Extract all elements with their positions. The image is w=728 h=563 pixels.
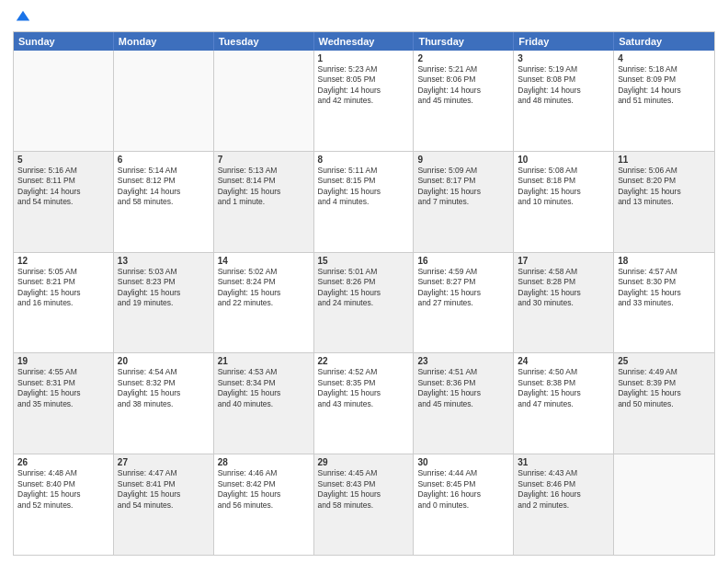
cal-cell-day-1: 1Sunrise: 5:23 AM Sunset: 8:05 PM Daylig…	[314, 51, 415, 151]
cal-cell-day-20: 20Sunrise: 4:54 AM Sunset: 8:32 PM Dayli…	[114, 353, 214, 454]
cal-cell-day-9: 9Sunrise: 5:09 AM Sunset: 8:17 PM Daylig…	[414, 152, 514, 252]
weekday-header-saturday: Saturday	[614, 32, 714, 51]
cell-info: Sunrise: 5:02 AM Sunset: 8:24 PM Dayligh…	[218, 267, 310, 309]
day-number: 6	[118, 155, 210, 165]
day-number: 18	[618, 256, 711, 266]
cal-cell-empty	[214, 51, 314, 151]
cell-info: Sunrise: 4:54 AM Sunset: 8:32 PM Dayligh…	[118, 367, 210, 409]
logo-text	[13, 9, 31, 26]
header	[13, 9, 715, 26]
cal-cell-day-14: 14Sunrise: 5:02 AM Sunset: 8:24 PM Dayli…	[214, 253, 314, 353]
cal-cell-day-30: 30Sunrise: 4:44 AM Sunset: 8:45 PM Dayli…	[414, 454, 514, 555]
cell-info: Sunrise: 5:13 AM Sunset: 8:14 PM Dayligh…	[218, 166, 310, 208]
day-number: 27	[118, 457, 210, 467]
cal-cell-day-19: 19Sunrise: 4:55 AM Sunset: 8:31 PM Dayli…	[14, 353, 114, 454]
calendar-header: SundayMondayTuesdayWednesdayThursdayFrid…	[14, 32, 714, 51]
cell-info: Sunrise: 4:59 AM Sunset: 8:27 PM Dayligh…	[417, 267, 509, 309]
cell-info: Sunrise: 4:57 AM Sunset: 8:30 PM Dayligh…	[618, 267, 711, 309]
cell-info: Sunrise: 5:19 AM Sunset: 8:08 PM Dayligh…	[518, 64, 609, 107]
cal-cell-day-3: 3Sunrise: 5:19 AM Sunset: 8:08 PM Daylig…	[514, 51, 614, 151]
day-number: 22	[318, 356, 410, 366]
svg-marker-0	[17, 11, 29, 21]
cell-info: Sunrise: 5:16 AM Sunset: 8:11 PM Dayligh…	[17, 166, 109, 208]
cell-info: Sunrise: 5:08 AM Sunset: 8:18 PM Dayligh…	[518, 166, 609, 208]
day-number: 19	[17, 356, 109, 366]
weekday-header-monday: Monday	[114, 32, 214, 51]
cal-cell-day-10: 10Sunrise: 5:08 AM Sunset: 8:18 PM Dayli…	[514, 152, 614, 252]
cell-info: Sunrise: 4:43 AM Sunset: 8:46 PM Dayligh…	[518, 468, 609, 511]
day-number: 30	[417, 457, 509, 467]
cal-cell-day-17: 17Sunrise: 4:58 AM Sunset: 8:28 PM Dayli…	[514, 253, 614, 353]
cal-cell-day-24: 24Sunrise: 4:50 AM Sunset: 8:38 PM Dayli…	[514, 353, 614, 454]
cal-cell-day-8: 8Sunrise: 5:11 AM Sunset: 8:15 PM Daylig…	[314, 152, 415, 252]
cal-cell-day-28: 28Sunrise: 4:46 AM Sunset: 8:42 PM Dayli…	[214, 454, 314, 555]
cell-info: Sunrise: 5:06 AM Sunset: 8:20 PM Dayligh…	[618, 166, 711, 208]
cell-info: Sunrise: 4:50 AM Sunset: 8:38 PM Dayligh…	[518, 367, 609, 409]
day-number: 7	[218, 155, 310, 165]
day-number: 8	[318, 155, 410, 165]
weekday-header-thursday: Thursday	[414, 32, 514, 51]
cell-info: Sunrise: 4:48 AM Sunset: 8:40 PM Dayligh…	[17, 468, 109, 511]
cal-cell-day-22: 22Sunrise: 4:52 AM Sunset: 8:35 PM Dayli…	[314, 353, 415, 454]
cal-cell-day-2: 2Sunrise: 5:21 AM Sunset: 8:06 PM Daylig…	[414, 51, 514, 151]
cell-info: Sunrise: 4:52 AM Sunset: 8:35 PM Dayligh…	[318, 367, 410, 409]
day-number: 20	[118, 356, 210, 366]
day-number: 13	[118, 256, 210, 266]
day-number: 5	[17, 155, 109, 165]
cell-info: Sunrise: 5:21 AM Sunset: 8:06 PM Dayligh…	[417, 64, 509, 107]
day-number: 10	[518, 155, 609, 165]
day-number: 29	[318, 457, 410, 467]
cell-info: Sunrise: 4:47 AM Sunset: 8:41 PM Dayligh…	[118, 468, 210, 511]
weekday-header-sunday: Sunday	[14, 32, 114, 51]
cal-cell-day-26: 26Sunrise: 4:48 AM Sunset: 8:40 PM Dayli…	[14, 454, 114, 555]
calendar-body: 1Sunrise: 5:23 AM Sunset: 8:05 PM Daylig…	[14, 51, 714, 555]
day-number: 28	[218, 457, 310, 467]
cal-cell-empty	[114, 51, 214, 151]
day-number: 12	[17, 256, 109, 266]
day-number: 16	[417, 256, 509, 266]
cal-cell-day-25: 25Sunrise: 4:49 AM Sunset: 8:39 PM Dayli…	[614, 353, 714, 454]
page: SundayMondayTuesdayWednesdayThursdayFrid…	[0, 0, 728, 563]
cal-cell-day-7: 7Sunrise: 5:13 AM Sunset: 8:14 PM Daylig…	[214, 152, 314, 252]
cal-cell-day-15: 15Sunrise: 5:01 AM Sunset: 8:26 PM Dayli…	[314, 253, 415, 353]
cal-cell-day-27: 27Sunrise: 4:47 AM Sunset: 8:41 PM Dayli…	[114, 454, 214, 555]
cell-info: Sunrise: 5:18 AM Sunset: 8:09 PM Dayligh…	[618, 64, 711, 107]
day-number: 15	[318, 256, 410, 266]
cal-cell-day-18: 18Sunrise: 4:57 AM Sunset: 8:30 PM Dayli…	[614, 253, 714, 353]
cell-info: Sunrise: 5:09 AM Sunset: 8:17 PM Dayligh…	[417, 166, 509, 208]
day-number: 9	[417, 155, 509, 165]
cell-info: Sunrise: 4:55 AM Sunset: 8:31 PM Dayligh…	[17, 367, 109, 409]
calendar-row-4: 26Sunrise: 4:48 AM Sunset: 8:40 PM Dayli…	[14, 454, 714, 555]
logo	[13, 9, 31, 26]
cal-cell-day-16: 16Sunrise: 4:59 AM Sunset: 8:27 PM Dayli…	[414, 253, 514, 353]
day-number: 3	[518, 53, 609, 63]
cell-info: Sunrise: 4:51 AM Sunset: 8:36 PM Dayligh…	[417, 367, 509, 409]
cal-cell-day-12: 12Sunrise: 5:05 AM Sunset: 8:21 PM Dayli…	[14, 253, 114, 353]
day-number: 24	[518, 356, 609, 366]
day-number: 17	[518, 256, 609, 266]
cell-info: Sunrise: 5:01 AM Sunset: 8:26 PM Dayligh…	[318, 267, 410, 309]
cell-info: Sunrise: 5:23 AM Sunset: 8:05 PM Dayligh…	[318, 64, 410, 107]
day-number: 11	[618, 155, 711, 165]
calendar-row-2: 12Sunrise: 5:05 AM Sunset: 8:21 PM Dayli…	[14, 252, 714, 353]
cal-cell-empty	[14, 51, 114, 151]
weekday-header-wednesday: Wednesday	[314, 32, 415, 51]
cal-cell-day-13: 13Sunrise: 5:03 AM Sunset: 8:23 PM Dayli…	[114, 253, 214, 353]
cal-cell-day-4: 4Sunrise: 5:18 AM Sunset: 8:09 PM Daylig…	[614, 51, 714, 151]
day-number: 2	[417, 53, 509, 63]
cell-info: Sunrise: 4:45 AM Sunset: 8:43 PM Dayligh…	[318, 468, 410, 511]
cal-cell-empty	[614, 454, 714, 555]
cell-info: Sunrise: 4:58 AM Sunset: 8:28 PM Dayligh…	[518, 267, 609, 309]
day-number: 14	[218, 256, 310, 266]
day-number: 4	[618, 53, 711, 63]
weekday-header-tuesday: Tuesday	[214, 32, 314, 51]
day-number: 25	[618, 356, 711, 366]
logo-icon	[15, 9, 31, 26]
day-number: 31	[518, 457, 609, 467]
cell-info: Sunrise: 4:44 AM Sunset: 8:45 PM Dayligh…	[417, 468, 509, 511]
cal-cell-day-11: 11Sunrise: 5:06 AM Sunset: 8:20 PM Dayli…	[614, 152, 714, 252]
cell-info: Sunrise: 4:53 AM Sunset: 8:34 PM Dayligh…	[218, 367, 310, 409]
calendar: SundayMondayTuesdayWednesdayThursdayFrid…	[13, 31, 715, 556]
day-number: 23	[417, 356, 509, 366]
weekday-header-friday: Friday	[514, 32, 614, 51]
